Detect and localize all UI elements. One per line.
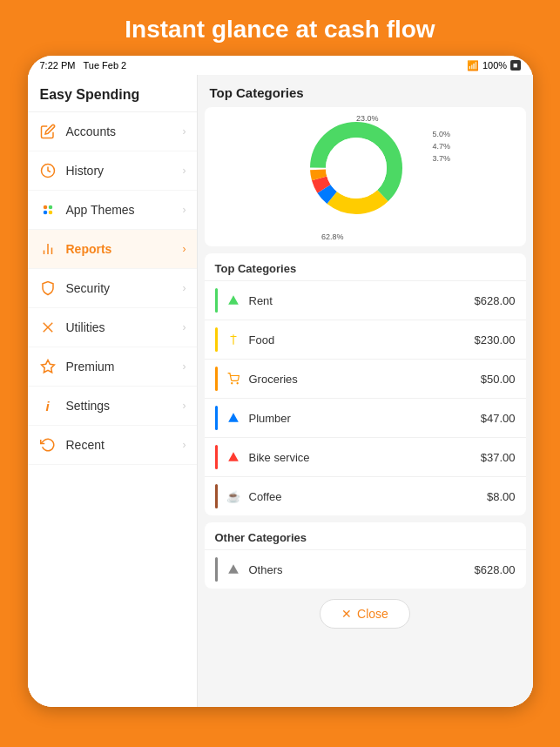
plumber-name: Plumber [249, 412, 481, 425]
header-title: Instant glance at cash flow [107, 0, 452, 55]
others-amount: $628.00 [475, 563, 516, 576]
svg-point-20 [231, 383, 232, 384]
food-icon [225, 331, 242, 348]
rent-name: Rent [249, 294, 475, 307]
security-label: Security [66, 281, 183, 295]
utilities-label: Utilities [66, 320, 183, 334]
sidebar: Easy Spending Accounts › [28, 75, 198, 707]
svg-point-16 [326, 138, 387, 199]
bike-color-bar [215, 445, 218, 469]
history-icon [38, 161, 57, 180]
app-body: Easy Spending Accounts › [28, 75, 533, 707]
recent-label: Recent [66, 438, 183, 452]
groceries-name: Groceries [249, 373, 481, 386]
category-item-bike-service: Bike service $37.00 [205, 437, 526, 476]
close-button[interactable]: ✕ Close [320, 599, 410, 629]
category-item-coffee: ☕ Coffee $8.00 [205, 476, 526, 515]
chart-label-right2: 4.7% [432, 142, 450, 151]
plumber-amount: $47.00 [481, 412, 516, 425]
wifi-icon: 📶 [467, 60, 479, 71]
svg-marker-17 [228, 295, 239, 305]
sidebar-item-premium[interactable]: Premium › [28, 347, 197, 387]
accounts-label: Accounts [66, 124, 183, 138]
donut-svg [304, 116, 408, 220]
svg-point-1 [43, 205, 47, 210]
category-item-groceries: Groceries $50.00 [205, 359, 526, 398]
food-name: Food [249, 333, 475, 347]
other-categories-header: Other Categories [205, 522, 526, 549]
svg-marker-23 [228, 452, 239, 461]
sidebar-item-history[interactable]: History › [28, 151, 197, 191]
settings-label: Settings [66, 399, 183, 413]
main-section-title: Top Categories [198, 75, 533, 107]
bike-amount: $37.00 [481, 451, 516, 464]
premium-label: Premium [66, 360, 183, 374]
settings-chevron: › [183, 400, 186, 412]
sidebar-item-settings[interactable]: i Settings › [28, 387, 197, 426]
reports-chevron: › [183, 243, 186, 255]
sidebar-item-reports[interactable]: Reports › [28, 230, 197, 269]
chart-label-right3: 3.7% [432, 154, 450, 163]
plumber-color-bar [215, 406, 218, 430]
reports-label: Reports [66, 242, 183, 256]
app-themes-icon [38, 200, 57, 219]
svg-point-3 [43, 211, 47, 215]
svg-marker-22 [228, 413, 239, 422]
coffee-name: Coffee [249, 490, 487, 503]
tablet-frame: 7:22 PM Tue Feb 2 📶 100% ■ Easy Spending [28, 56, 533, 707]
close-label: Close [357, 607, 388, 621]
other-categories-section: Other Categories Others $628.00 [205, 522, 526, 589]
groceries-icon [225, 370, 242, 387]
coffee-color-bar [215, 484, 218, 508]
food-amount: $230.00 [475, 333, 516, 347]
svg-point-2 [48, 205, 52, 210]
rent-color-bar [215, 288, 218, 313]
rent-amount: $628.00 [475, 294, 516, 307]
page-header: Instant glance at cash flow [0, 0, 560, 56]
others-name: Others [249, 563, 475, 576]
battery-label: 100% [482, 60, 507, 71]
battery-icon: ■ [510, 60, 520, 71]
sidebar-item-security[interactable]: Security › [28, 269, 197, 308]
premium-icon [38, 357, 57, 376]
settings-icon: i [38, 396, 57, 415]
utilities-chevron: › [183, 321, 186, 333]
donut-chart: 23.0% 5.0% 4.7% 3.7% 62.8% [304, 116, 426, 238]
plumber-icon [225, 409, 242, 427]
category-item-plumber: Plumber $47.00 [205, 398, 526, 437]
sidebar-item-utilities[interactable]: Utilities › [28, 308, 197, 347]
category-item-food: Food $230.00 [205, 320, 526, 359]
rent-icon [225, 292, 242, 309]
page-wrapper: Instant glance at cash flow 7:22 PM Tue … [0, 0, 560, 707]
svg-point-4 [48, 211, 52, 215]
recent-icon [38, 435, 57, 454]
coffee-amount: $8.00 [487, 490, 516, 503]
status-time: 7:22 PM Tue Feb 2 [40, 60, 127, 71]
history-chevron: › [183, 165, 186, 177]
security-icon [38, 279, 57, 298]
accounts-icon [38, 122, 57, 141]
status-bar: 7:22 PM Tue Feb 2 📶 100% ■ [28, 56, 533, 75]
bike-name: Bike service [249, 451, 481, 464]
app-themes-label: App Themes [66, 203, 183, 217]
groceries-color-bar [215, 367, 218, 391]
main-content: Top Categories [198, 75, 533, 707]
sidebar-item-app-themes[interactable]: App Themes › [28, 191, 197, 230]
app-title: Easy Spending [28, 75, 197, 112]
chart-card: 23.0% 5.0% 4.7% 3.7% 62.8% [205, 107, 526, 246]
app-themes-chevron: › [183, 204, 186, 216]
chart-label-top: 23.0% [356, 114, 379, 123]
chart-label-right1: 5.0% [432, 130, 450, 138]
svg-marker-24 [228, 564, 239, 574]
category-item-rent: Rent $628.00 [205, 280, 526, 320]
history-label: History [66, 164, 183, 178]
svg-marker-10 [41, 360, 54, 373]
sidebar-item-recent[interactable]: Recent › [28, 426, 197, 465]
close-x-icon: ✕ [341, 607, 352, 621]
sidebar-item-accounts[interactable]: Accounts › [28, 112, 197, 151]
recent-chevron: › [183, 439, 186, 451]
groceries-amount: $50.00 [481, 373, 516, 386]
top-categories-section: Top Categories Rent $628.00 [205, 253, 526, 515]
status-right: 📶 100% ■ [467, 60, 521, 71]
others-icon [225, 561, 242, 578]
